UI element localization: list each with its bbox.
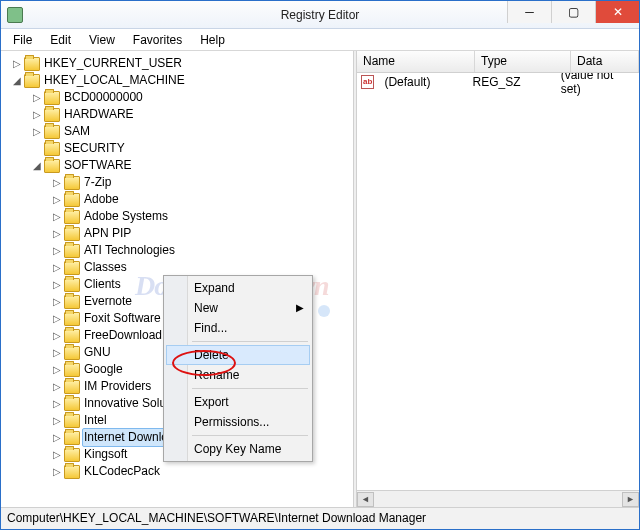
expand-icon[interactable]: ▷ (51, 395, 63, 412)
value-header: Name Type Data (357, 51, 639, 73)
expand-icon[interactable]: ▷ (11, 55, 23, 72)
menu-view[interactable]: View (81, 31, 123, 49)
tree-key-hkcu[interactable]: ▷ HKEY_CURRENT_USER (5, 55, 353, 72)
separator (192, 435, 308, 436)
folder-icon (44, 142, 60, 156)
value-pane: Name Type Data ab (Default) REG_SZ (valu… (357, 51, 639, 507)
expand-icon[interactable]: ▷ (51, 259, 63, 276)
expand-icon[interactable]: ▷ (31, 89, 43, 106)
close-button[interactable]: ✕ (595, 1, 639, 23)
tree-key-software-child[interactable]: ▷ATI Technologies (5, 242, 353, 259)
folder-icon (64, 431, 80, 445)
expand-icon[interactable]: ▷ (51, 191, 63, 208)
menubar: File Edit View Favorites Help (1, 29, 639, 51)
ctx-expand[interactable]: Expand (166, 278, 310, 298)
tree-key-bcd[interactable]: ▷ BCD00000000 (5, 89, 353, 106)
expand-icon[interactable]: ▷ (51, 225, 63, 242)
menu-edit[interactable]: Edit (42, 31, 79, 49)
expand-icon[interactable]: ▷ (51, 463, 63, 480)
tree-key-software-child[interactable]: ▷Classes (5, 259, 353, 276)
expand-icon[interactable]: ▷ (51, 378, 63, 395)
folder-icon (64, 329, 80, 343)
ctx-copy-key-name[interactable]: Copy Key Name (166, 439, 310, 459)
submenu-arrow-icon: ▶ (296, 302, 304, 313)
folder-icon (64, 176, 80, 190)
expand-icon[interactable]: ▷ (51, 429, 63, 446)
folder-icon (44, 159, 60, 173)
tree-key-hardware[interactable]: ▷ HARDWARE (5, 106, 353, 123)
expand-icon[interactable]: ▷ (31, 123, 43, 140)
string-value-icon: ab (361, 75, 374, 89)
ctx-delete[interactable]: Delete (166, 345, 310, 365)
expand-icon[interactable]: ▷ (51, 361, 63, 378)
expand-icon[interactable]: ▷ (51, 208, 63, 225)
value-list[interactable]: ab (Default) REG_SZ (value not set) (357, 73, 639, 490)
folder-icon (64, 448, 80, 462)
status-bar: Computer\HKEY_LOCAL_MACHINE\SOFTWARE\Int… (1, 507, 639, 529)
app-icon (7, 7, 23, 23)
tree-key-hklm[interactable]: ◢ HKEY_LOCAL_MACHINE (5, 72, 353, 89)
expand-icon[interactable]: ▷ (51, 242, 63, 259)
menu-favorites[interactable]: Favorites (125, 31, 190, 49)
maximize-button[interactable]: ▢ (551, 1, 595, 23)
separator (192, 388, 308, 389)
separator (192, 341, 308, 342)
horizontal-scrollbar[interactable]: ◄ ► (357, 490, 639, 507)
folder-icon (64, 414, 80, 428)
content-area: ▷ HKEY_CURRENT_USER ◢ HKEY_LOCAL_MACHINE… (1, 51, 639, 507)
tree-key-software-child[interactable]: ▷Adobe Systems (5, 208, 353, 225)
collapse-icon[interactable]: ◢ (31, 157, 43, 174)
col-data[interactable]: Data (571, 51, 639, 72)
tree-key-sam[interactable]: ▷ SAM (5, 123, 353, 140)
ctx-permissions[interactable]: Permissions... (166, 412, 310, 432)
ctx-new[interactable]: New ▶ (166, 298, 310, 318)
tree-key-security[interactable]: SECURITY (5, 140, 353, 157)
minimize-button[interactable]: ─ (507, 1, 551, 23)
folder-icon (64, 193, 80, 207)
expand-icon[interactable]: ▷ (51, 174, 63, 191)
folder-icon (24, 74, 40, 88)
expand-icon[interactable]: ▷ (31, 106, 43, 123)
expand-icon[interactable]: ▷ (51, 310, 63, 327)
folder-icon (64, 210, 80, 224)
folder-icon (44, 91, 60, 105)
tree-key-software-child[interactable]: ▷Adobe (5, 191, 353, 208)
expand-icon[interactable]: ▷ (51, 327, 63, 344)
col-type[interactable]: Type (475, 51, 571, 72)
titlebar: Registry Editor ─ ▢ ✕ (1, 1, 639, 29)
menu-help[interactable]: Help (192, 31, 233, 49)
expand-icon[interactable]: ▷ (51, 412, 63, 429)
scroll-left-icon[interactable]: ◄ (357, 492, 374, 507)
collapse-icon[interactable]: ◢ (11, 72, 23, 89)
folder-icon (44, 125, 60, 139)
folder-icon (64, 380, 80, 394)
expand-icon[interactable]: ▷ (51, 344, 63, 361)
tree-key-software-child[interactable]: ▷KLCodecPack (5, 463, 353, 480)
folder-icon (44, 108, 60, 122)
ctx-find[interactable]: Find... (166, 318, 310, 338)
folder-icon (64, 295, 80, 309)
folder-icon (64, 261, 80, 275)
menu-file[interactable]: File (5, 31, 40, 49)
value-row[interactable]: ab (Default) REG_SZ (value not set) (357, 73, 639, 90)
tree-key-software[interactable]: ◢ SOFTWARE (5, 157, 353, 174)
folder-icon (24, 57, 40, 71)
folder-icon (64, 465, 80, 479)
folder-icon (64, 244, 80, 258)
tree-key-software-child[interactable]: ▷APN PIP (5, 225, 353, 242)
context-menu: Expand New ▶ Find... Delete Rename Expor… (163, 275, 313, 462)
registry-editor-window: Registry Editor ─ ▢ ✕ File Edit View Fav… (0, 0, 640, 530)
value-data: (value not set) (555, 73, 639, 96)
expand-icon[interactable]: ▷ (51, 276, 63, 293)
ctx-rename[interactable]: Rename (166, 365, 310, 385)
col-name[interactable]: Name (357, 51, 475, 72)
tree-key-software-child[interactable]: ▷7-Zip (5, 174, 353, 191)
expand-icon[interactable]: ▷ (51, 446, 63, 463)
ctx-export[interactable]: Export (166, 392, 310, 412)
folder-icon (64, 227, 80, 241)
folder-icon (64, 312, 80, 326)
expand-icon[interactable]: ▷ (51, 293, 63, 310)
value-name: (Default) (378, 75, 466, 89)
scroll-right-icon[interactable]: ► (622, 492, 639, 507)
folder-icon (64, 363, 80, 377)
